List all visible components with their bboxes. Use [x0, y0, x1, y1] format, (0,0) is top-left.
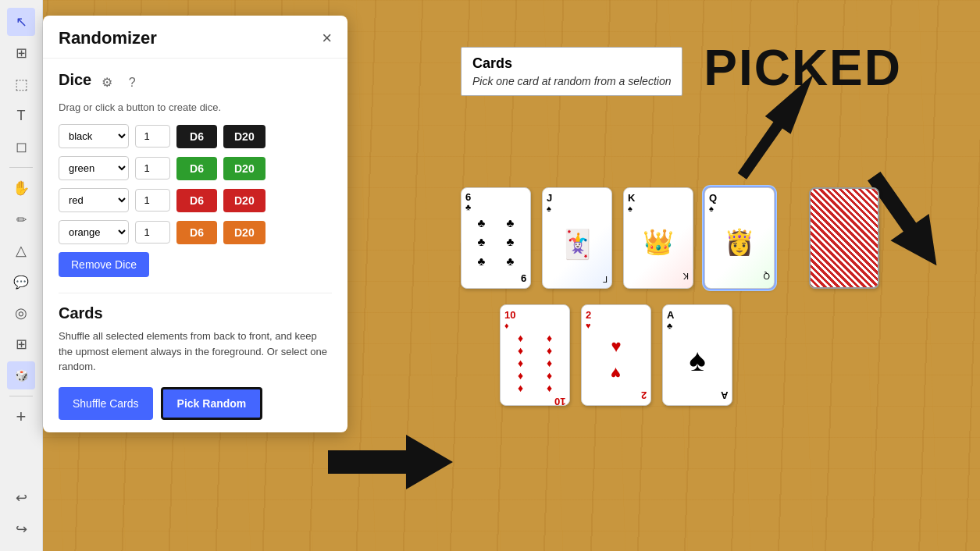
card-face: 👸	[709, 213, 770, 270]
d20-btn-1[interactable]: D20	[223, 125, 265, 148]
plugin-tool[interactable]: ◎	[7, 299, 35, 327]
panel-body: Dice ⚙ ? Drag or click a button to creat…	[43, 59, 347, 432]
card-jack-spades[interactable]: J ♠ 🃏 Γ	[542, 187, 612, 289]
card-suit: ♦	[504, 321, 565, 330]
dice-row-1: blackgreenredorange D6 D20	[59, 124, 332, 148]
card-rank-bottom: A	[721, 389, 728, 401]
cursor-tool[interactable]: ↖	[7, 8, 35, 36]
randomizer-panel: Randomizer × Dice ⚙ ? Drag or click a bu…	[43, 16, 347, 432]
dice-title: Dice	[59, 71, 91, 89]
close-button[interactable]: ×	[322, 30, 332, 47]
svg-marker-1	[328, 435, 453, 489]
d6-btn-4[interactable]: D6	[176, 221, 217, 244]
sticky-tool[interactable]: ◻	[7, 133, 35, 161]
color-select-2[interactable]: blackgreenredorange	[59, 156, 129, 180]
shuffle-cards-button[interactable]: Shuffle Cards	[59, 387, 153, 420]
card-rank-bottom: 9	[521, 272, 526, 284]
dice-hint: Drag or click a button to create dice.	[59, 101, 332, 113]
d20-btn-2[interactable]: D20	[223, 157, 265, 180]
layout-tool[interactable]: ⊞	[7, 39, 35, 67]
add-tool[interactable]: +	[7, 403, 35, 431]
divider	[59, 293, 332, 293]
card-pips: ♦♦ ♦♦ ♦♦ ♦♦ ♦♦	[504, 330, 565, 396]
sep2	[9, 396, 33, 396]
card-back[interactable]	[809, 187, 879, 289]
cards-row-2: 10 ♦ ♦♦ ♦♦ ♦♦ ♦♦ ♦♦ 10 2 ♥ ♥ ♥ 2 A ♣ ♠ A	[500, 304, 732, 406]
pick-random-button[interactable]: Pick Random	[161, 387, 263, 420]
color-select-1[interactable]: blackgreenredorange	[59, 124, 129, 148]
card-rank: 6	[465, 192, 526, 202]
d6-btn-2[interactable]: D6	[176, 157, 217, 180]
sep1	[9, 167, 33, 168]
card-bottom: Q	[709, 270, 770, 284]
randomizer-tool[interactable]: 🎲	[7, 361, 35, 389]
redo-tool[interactable]: ↪	[7, 515, 35, 543]
frame-tool[interactable]: ⬚	[7, 70, 35, 98]
d20-btn-4[interactable]: D20	[223, 221, 265, 244]
triangle-tool[interactable]: △	[7, 236, 35, 265]
card-top: Q ♠	[709, 192, 770, 213]
d6-btn-3[interactable]: D6	[176, 189, 217, 212]
gear-icon[interactable]: ⚙	[98, 73, 116, 92]
undo-tool[interactable]: ↩	[7, 484, 35, 512]
card-top: K ♠	[628, 192, 689, 213]
card-bottom: Γ	[547, 275, 608, 284]
card-suit: ♥	[586, 321, 647, 330]
card-pips: ♥ ♥	[586, 330, 647, 389]
cards-section-title: Cards	[59, 304, 332, 322]
dice-row-3: blackgreenredorange D6 D20	[59, 188, 332, 212]
card-center-pip: ♠	[667, 330, 728, 389]
card-rank: 2	[586, 309, 647, 321]
card-bottom: K	[628, 270, 689, 284]
info-box-title: Cards	[472, 55, 671, 72]
cards-description: Shuffle all selected elements from back …	[59, 329, 332, 375]
table-tool[interactable]: ⊞	[7, 330, 35, 358]
help-icon[interactable]: ?	[123, 73, 141, 92]
card-10-diamonds[interactable]: 10 ♦ ♦♦ ♦♦ ♦♦ ♦♦ ♦♦ 10	[500, 304, 570, 406]
color-select-4[interactable]: blackgreenredorange	[59, 220, 129, 244]
d6-btn-1[interactable]: D6	[176, 125, 217, 148]
dice-row-4: blackgreenredorange D6 D20	[59, 220, 332, 244]
dice-section-header: Dice ⚙ ?	[59, 71, 332, 94]
card-6-clubs[interactable]: 6 ♣ ♣♣ ♣♣ ♣♣ 9	[461, 187, 531, 289]
cards-buttons: Shuffle Cards Pick Random	[59, 387, 332, 420]
hand-tool[interactable]: ✋	[7, 174, 35, 202]
arrow-right-icon	[328, 423, 453, 504]
comment-tool[interactable]: 💬	[7, 268, 35, 296]
card-face: 🃏	[547, 213, 608, 275]
card-face: 👑	[628, 213, 689, 270]
toolbar: ↖ ⊞ ⬚ T ◻ ✋ ✏ △ 💬 ◎ ⊞ 🎲 + ↩ ↪	[0, 0, 43, 551]
count-input-2[interactable]	[135, 157, 170, 180]
remove-dice-button[interactable]: Remove Dice	[59, 252, 149, 277]
count-input-1[interactable]	[135, 125, 170, 148]
count-input-4[interactable]	[135, 221, 170, 244]
cards-row-1: 6 ♣ ♣♣ ♣♣ ♣♣ 9 J ♠ 🃏 Γ K ♠ 👑 K Q	[461, 187, 879, 289]
card-ace-spades[interactable]: A ♣ ♠ A	[662, 304, 732, 406]
card-king-spades[interactable]: K ♠ 👑 K	[623, 187, 693, 289]
info-box-description: Pick one card at random from a selection	[472, 75, 671, 87]
text-tool[interactable]: T	[7, 101, 35, 130]
card-rank: A	[667, 309, 728, 321]
dice-icons: ⚙ ?	[98, 73, 141, 92]
color-select-3[interactable]: blackgreenredorange	[59, 188, 129, 212]
card-pips: ♣♣ ♣♣ ♣♣	[465, 212, 526, 272]
d20-btn-3[interactable]: D20	[223, 189, 265, 212]
count-input-3[interactable]	[135, 189, 170, 212]
card-suit: ♣	[667, 321, 728, 330]
card-suit: ♣	[465, 202, 526, 212]
card-queen-spades[interactable]: Q ♠ 👸 Q	[704, 187, 775, 289]
panel-header: Randomizer ×	[43, 16, 347, 59]
panel-title: Randomizer	[59, 28, 157, 48]
card-top: J ♠	[547, 192, 608, 213]
dice-row-2: blackgreenredorange D6 D20	[59, 156, 332, 180]
info-box: Cards Pick one card at random from a sel…	[461, 47, 682, 96]
card-rank-bottom: 10	[554, 396, 565, 406]
pen-tool[interactable]: ✏	[7, 205, 35, 233]
cards-section: Cards Shuffle all selected elements from…	[59, 304, 332, 420]
card-2-hearts[interactable]: 2 ♥ ♥ ♥ 2	[581, 304, 651, 406]
card-rank-bottom: 2	[641, 389, 647, 401]
card-rank: 10	[504, 309, 565, 321]
